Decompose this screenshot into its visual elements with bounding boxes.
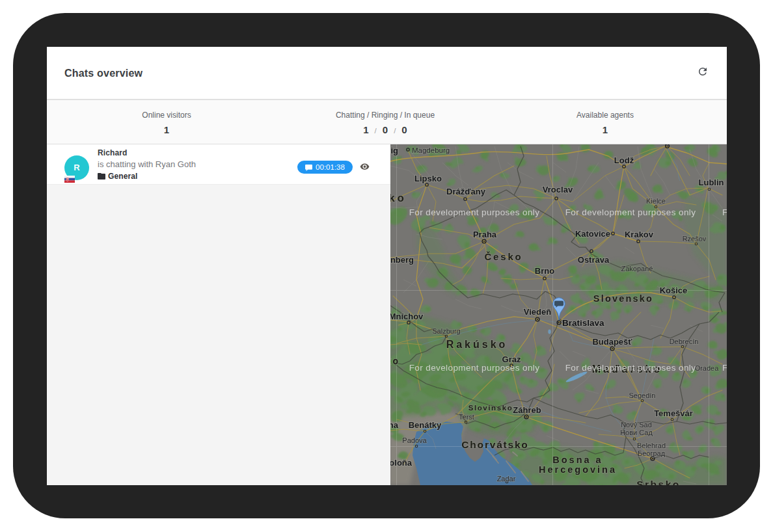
svg-text:Budapešť: Budapešť [592,337,632,347]
svg-text:Vroclav: Vroclav [543,185,573,194]
svg-text:Chorvátsko: Chorvátsko [461,439,528,450]
svg-text:nberg: nberg [390,255,414,265]
svg-text:For development purposes only: For development purposes only [409,363,540,373]
svg-text:Praha: Praha [473,230,497,239]
svg-text:Slovinsko: Slovinsko [468,404,513,412]
svg-text:Katovice: Katovice [575,229,610,239]
svg-text:Brno: Brno [535,266,554,276]
svg-text:Salzburg: Salzburg [432,327,460,335]
svg-text:ško: ško [390,356,400,366]
svg-text:Debrecín: Debrecín [670,338,699,345]
svg-text:Bratislava: Bratislava [562,318,604,328]
svg-text:Padova: Padova [402,436,427,444]
svg-text:Београд: Београд [638,449,666,457]
svg-text:For development purposes only: For development purposes only [565,207,696,217]
svg-text:Nový Sad: Nový Sad [621,421,652,429]
svg-text:Košice: Košice [660,286,688,295]
svg-text:Zadar: Zadar [497,475,516,483]
svg-text:Terst: Terst [459,413,474,421]
svg-text:Temešvár: Temešvár [654,408,693,418]
svg-text:Mníchov: Mníchov [390,312,424,321]
svg-text:For deve: For deve [722,363,727,373]
svg-text:Srbsko: Srbsko [636,479,681,485]
svg-text:ko: ko [390,192,407,204]
svg-text:Slovensko: Slovensko [593,293,653,304]
svg-text:Lodž: Lodž [614,155,634,165]
svg-text:Ostrava: Ostrava [578,255,610,265]
svg-text:Oradea: Oradea [695,364,720,372]
svg-text:eig: eig [390,146,398,155]
svg-text:oloňa: oloňa [390,458,413,468]
svg-text:Magdeburg: Magdeburg [412,146,450,154]
svg-text:Rzešov: Rzešov [683,235,707,243]
svg-text:Zakopané: Zakopané [621,265,653,273]
svg-text:For development purposes only: For development purposes only [409,207,540,217]
svg-text:Benátky: Benátky [409,420,442,430]
svg-text:Záhreb: Záhreb [513,405,541,415]
svg-text:Drážďany: Drážďany [446,187,486,196]
svg-text:For deve: For deve [722,207,727,217]
svg-text:na: na [390,420,399,430]
svg-text:Rakúsko: Rakúsko [446,339,508,350]
svg-text:Lublin: Lublin [699,178,724,187]
svg-text:Hercegovina: Hercegovina [539,464,617,475]
svg-text:For development purposes only: For development purposes only [565,363,696,373]
svg-text:Krakov: Krakov [625,230,654,239]
svg-text:Lipsko: Lipsko [414,174,442,183]
svg-text:Нови Сад: Нови Сад [620,429,653,436]
svg-text:Bosna a: Bosna a [552,455,603,465]
svg-text:Viedeň: Viedeň [524,307,551,317]
svg-text:Kielce: Kielce [646,197,666,205]
svg-text:Česko: Česko [484,251,522,262]
svg-text:Segedín: Segedín [629,392,656,399]
svg-text:Belehrad: Belehrad [637,442,666,449]
